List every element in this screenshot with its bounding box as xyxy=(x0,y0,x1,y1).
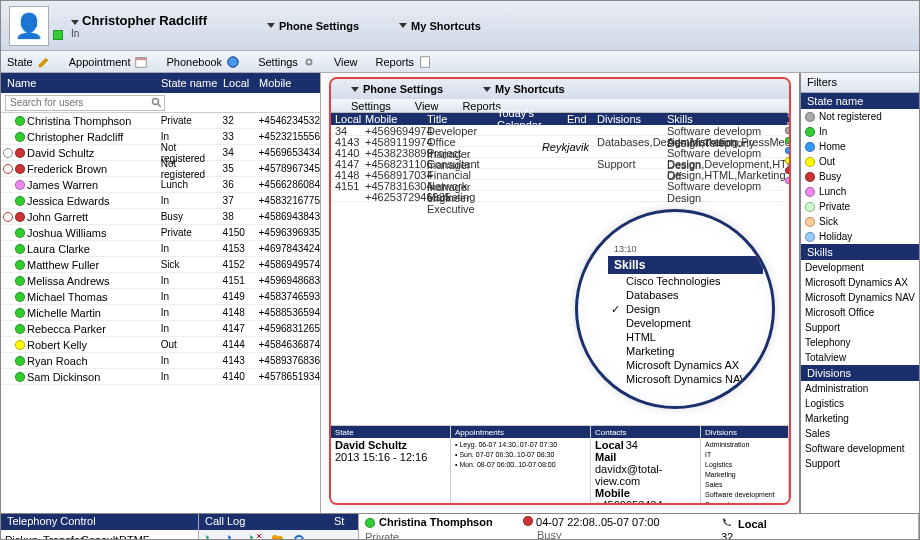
table-row[interactable]: Frederick BrownNot registered35+45789673… xyxy=(1,161,320,177)
table-row[interactable]: Sam DickinsonIn4140+4578651934 xyxy=(1,369,320,385)
chevron-down-icon xyxy=(267,23,275,28)
svg-point-5 xyxy=(153,98,159,104)
skill-item[interactable]: Databases xyxy=(608,288,763,302)
filter-skill-item[interactable]: Microsoft Dynamics AX xyxy=(801,275,919,290)
tb-reports[interactable]: Reports xyxy=(376,55,433,69)
chevron-down-icon[interactable] xyxy=(71,20,79,25)
calllog-icons xyxy=(199,530,358,540)
table-row[interactable]: Rebecca ParkerIn4147+4596831265 xyxy=(1,321,320,337)
filter-div-item[interactable]: Marketing xyxy=(801,411,919,426)
filter-skill-item[interactable]: Development xyxy=(801,260,919,275)
tel-button[interactable]: Consult xyxy=(79,532,117,540)
bottom-row: Telephony Control PickupTransferConsultD… xyxy=(1,513,919,540)
tb-view[interactable]: View xyxy=(334,56,358,68)
info-name: Christina Thomphson xyxy=(379,516,493,529)
search-row xyxy=(1,93,320,113)
presence-dot xyxy=(365,518,375,528)
avatar: 👤 xyxy=(9,6,49,46)
filter-div-item[interactable]: Support xyxy=(801,456,919,471)
calllog-header: Call Log xyxy=(199,514,328,530)
filter-div-item[interactable]: Software development xyxy=(801,441,919,456)
filter-skill-item[interactable]: Microsoft Dynamics NAV xyxy=(801,290,919,305)
tel-button[interactable]: Transfer xyxy=(41,532,79,540)
skill-item[interactable]: Development xyxy=(608,316,763,330)
globe-icon xyxy=(226,55,240,69)
phone-icon xyxy=(721,516,735,528)
search-input[interactable] xyxy=(5,95,165,111)
tb-phonebook[interactable]: Phonebook xyxy=(166,55,240,69)
phone-out-icon[interactable] xyxy=(225,532,241,540)
search-icon[interactable] xyxy=(151,97,163,109)
filter-state-item[interactable]: Home xyxy=(801,139,919,154)
filter-div-item[interactable]: Administration xyxy=(801,381,919,396)
svg-rect-1 xyxy=(136,57,147,60)
filter-state-item[interactable]: Holiday xyxy=(801,229,919,244)
pv-city-label: Reykjavik xyxy=(542,141,589,153)
menu-phone-settings[interactable]: Phone Settings xyxy=(267,20,359,32)
phone-missed-icon[interactable] xyxy=(247,532,263,540)
svg-point-3 xyxy=(306,59,311,64)
users-icon[interactable] xyxy=(269,532,285,540)
filter-skill-item[interactable]: Totalview xyxy=(801,350,919,365)
menu-my-shortcuts[interactable]: My Shortcuts xyxy=(399,20,481,32)
table-row[interactable]: Melissa AndrewsIn4151+4596948683 xyxy=(1,273,320,289)
pv-menu-shortcuts[interactable]: My Shortcuts xyxy=(495,83,565,95)
col-mobile[interactable]: Mobile xyxy=(259,77,320,89)
filter-state-item[interactable]: Out xyxy=(801,154,919,169)
filter-state-item[interactable]: In xyxy=(801,124,919,139)
tel-button[interactable]: DTMF xyxy=(117,532,155,540)
pv-tb-settings[interactable]: Settings xyxy=(351,100,391,112)
table-row[interactable]: John GarrettBusy38+4586943843 xyxy=(1,209,320,225)
tel-header: Telephony Control xyxy=(1,514,198,530)
filter-state-item[interactable]: Not registered xyxy=(801,109,919,124)
filters-title: Filters xyxy=(801,73,919,93)
col-local[interactable]: Local xyxy=(223,77,259,89)
phone-in-icon[interactable] xyxy=(203,532,219,540)
table-row[interactable]: Laura ClarkeIn4153+4697843424 xyxy=(1,241,320,257)
col-state[interactable]: State name xyxy=(161,77,223,89)
skills-top-time: 13:10 xyxy=(608,242,763,256)
pv-tb-view[interactable]: View xyxy=(415,100,439,112)
filter-state-item[interactable]: Private xyxy=(801,199,919,214)
table-row[interactable]: Robert KellyOut4144+4584636874 xyxy=(1,337,320,353)
skill-item[interactable]: Design xyxy=(608,302,763,316)
filters-pane: Filters State name Not registeredInHomeO… xyxy=(799,73,919,513)
tb-state[interactable]: State xyxy=(7,55,51,69)
svg-point-2 xyxy=(228,56,239,67)
skill-item[interactable]: Microsoft Dynamics NAV xyxy=(608,372,763,386)
filter-state-item[interactable]: Lunch xyxy=(801,184,919,199)
col-name[interactable]: Name xyxy=(1,77,161,89)
table-row[interactable]: Christina ThomphsonPrivate32+4546234532 xyxy=(1,113,320,129)
pv-rows: 34+4569694974DeveloperSoftware developm … xyxy=(331,125,783,202)
filter-skill-item[interactable]: Microsoft Office xyxy=(801,305,919,320)
filter-div-item[interactable]: Sales xyxy=(801,426,919,441)
user-list-pane: Name State name Local Mobile Christina T… xyxy=(1,73,321,513)
table-row[interactable]: Matthew FullerSick4152+4586949574 xyxy=(1,257,320,273)
table-row[interactable]: Jessica EdwardsIn37+4583216775 xyxy=(1,193,320,209)
table-row[interactable]: James WarrenLunch36+4566286084 xyxy=(1,177,320,193)
table-row[interactable]: Michael ThomasIn4149+4583746593 xyxy=(1,289,320,305)
tb-settings[interactable]: Settings xyxy=(258,55,316,69)
skills-title: Skills xyxy=(608,256,763,274)
rp-div-header: Divisions xyxy=(801,365,919,381)
skill-item[interactable]: Microsoft Dynamics AX xyxy=(608,358,763,372)
table-row[interactable]: Joshua WilliamsPrivate4150+4596396935 xyxy=(1,225,320,241)
tel-button[interactable]: Pickup xyxy=(3,532,41,540)
skill-item[interactable]: HTML xyxy=(608,330,763,344)
pv-menu-phone-settings[interactable]: Phone Settings xyxy=(363,83,443,95)
filter-skill-item[interactable]: Support xyxy=(801,320,919,335)
table-row[interactable]: Ryan RoachIn4143+4589376836 xyxy=(1,353,320,369)
skill-item[interactable]: Marketing xyxy=(608,344,763,358)
pvb-state-header: State xyxy=(331,426,450,438)
pv-filter-header: State name xyxy=(783,113,791,125)
refresh-icon[interactable] xyxy=(291,532,307,540)
filter-div-item[interactable]: Logistics xyxy=(801,396,919,411)
skill-item[interactable]: Cisco Technologies xyxy=(608,274,763,288)
rp-state-header: State name xyxy=(801,93,919,109)
table-row[interactable]: Michelle MartinIn4148+4588536594 xyxy=(1,305,320,321)
filter-skill-item[interactable]: Telephony xyxy=(801,335,919,350)
tb-appointment[interactable]: Appointment xyxy=(69,55,149,69)
calllog-st-header: St xyxy=(328,514,358,530)
filter-state-item[interactable]: Sick xyxy=(801,214,919,229)
filter-state-item[interactable]: Busy xyxy=(801,169,919,184)
